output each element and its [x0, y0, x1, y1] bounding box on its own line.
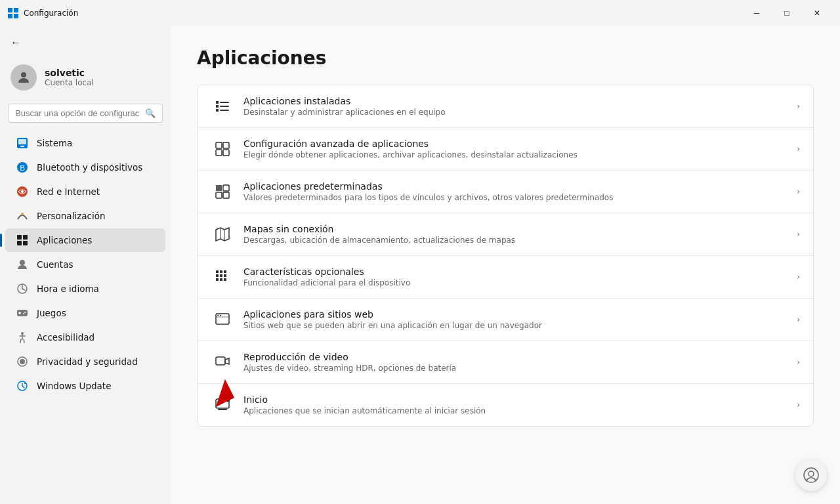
- settings-item-config-avanzada[interactable]: Configuración avanzada de aplicaciones E…: [198, 128, 813, 171]
- svg-point-11: [21, 190, 24, 193]
- svg-point-63: [808, 471, 814, 476]
- config-avanzada-text: Configuración avanzada de aplicaciones E…: [243, 138, 797, 159]
- apps-web-text: Aplicaciones para sitios web Sitios web …: [243, 309, 797, 330]
- maximize-button[interactable]: □: [772, 3, 802, 24]
- svg-rect-49: [220, 274, 222, 277]
- svg-rect-2: [8, 14, 12, 18]
- sidebar-label-bluetooth: Bluetooth y dispositivos: [37, 162, 142, 173]
- settings-item-apps-instaladas[interactable]: Aplicaciones instaladas Desinstalar y ad…: [198, 85, 813, 128]
- svg-rect-46: [220, 270, 222, 273]
- main-content: Aplicaciones Aplicaciones instaladas: [171, 26, 840, 504]
- minimize-button[interactable]: ─: [742, 3, 772, 24]
- svg-rect-1: [14, 8, 18, 12]
- sidebar-item-bluetooth[interactable]: B Bluetooth y dispositivos: [5, 156, 165, 179]
- svg-point-4: [21, 72, 26, 77]
- page-title: Aplicaciones: [197, 47, 814, 69]
- settings-item-apps-predeterminadas[interactable]: Aplicaciones predeterminadas Valores pre…: [198, 171, 813, 213]
- video-icon: [211, 350, 234, 374]
- sidebar-item-sistema[interactable]: Sistema: [5, 131, 165, 155]
- sidebar-item-aplicaciones[interactable]: Aplicaciones: [5, 228, 165, 252]
- personalizacion-icon: [16, 209, 29, 222]
- sidebar-label-sistema: Sistema: [37, 138, 72, 148]
- sidebar-item-cuentas[interactable]: Cuentas: [5, 253, 165, 276]
- svg-rect-7: [20, 146, 24, 147]
- inicio-subtitle: Aplicaciones que se inician automáticame…: [243, 406, 797, 415]
- sidebar-item-personalizacion[interactable]: Personalización: [5, 204, 165, 228]
- svg-point-56: [217, 315, 219, 316]
- apps-predeterminadas-text: Aplicaciones predeterminadas Valores pre…: [243, 181, 797, 202]
- chat-icon-button[interactable]: [795, 459, 827, 491]
- settings-item-inicio[interactable]: Inicio Aplicaciones que se inician autom…: [198, 384, 813, 426]
- svg-rect-6: [18, 139, 26, 144]
- sidebar-item-red[interactable]: Red e Internet: [5, 180, 165, 203]
- window-title: Configuración: [24, 9, 78, 18]
- sidebar-label-accesibilidad: Accesibilidad: [37, 332, 94, 343]
- svg-rect-29: [220, 102, 229, 103]
- svg-rect-50: [224, 274, 226, 277]
- title-bar: Configuración ─ □ ✕: [0, 0, 840, 26]
- sidebar-item-juegos[interactable]: Juegos: [5, 301, 165, 325]
- startup-icon: [211, 393, 234, 417]
- svg-rect-15: [17, 241, 22, 245]
- apps-predeterminadas-subtitle: Valores predeterminados para los tipos d…: [243, 193, 797, 202]
- apps-instaladas-subtitle: Desinstalar y administrar aplicaciones e…: [243, 108, 797, 117]
- svg-point-22: [24, 312, 26, 313]
- apps-instaladas-chevron: ›: [797, 102, 800, 111]
- svg-point-12: [21, 213, 24, 215]
- video-chevron: ›: [797, 358, 800, 367]
- svg-rect-51: [216, 278, 219, 281]
- video-text: Reproducción de video Ajustes de video, …: [243, 352, 797, 373]
- settings-item-mapas[interactable]: Mapas sin conexión Descargas, ubicación …: [198, 213, 813, 256]
- settings-item-apps-web[interactable]: Aplicaciones para sitios web Sitios web …: [198, 299, 813, 341]
- close-button[interactable]: ✕: [802, 3, 832, 24]
- apps-web-title: Aplicaciones para sitios web: [243, 309, 797, 320]
- user-profile: solvetic Cuenta local: [0, 56, 171, 101]
- svg-rect-32: [216, 109, 219, 112]
- svg-point-57: [220, 315, 221, 316]
- search-box[interactable]: 🔍: [8, 104, 163, 123]
- sidebar-label-cuentas: Cuentas: [37, 259, 73, 270]
- apps-web-subtitle: Sitios web que se pueden abrir en una ap…: [243, 321, 797, 330]
- privacidad-icon: [16, 355, 29, 368]
- juegos-icon: [16, 306, 29, 320]
- sidebar: ← solvetic Cuenta local 🔍: [0, 26, 171, 504]
- inicio-chevron: ›: [797, 400, 800, 410]
- sidebar-label-red: Red e Internet: [37, 186, 100, 197]
- settings-item-video[interactable]: Reproducción de video Ajustes de video, …: [198, 341, 813, 384]
- red-icon: [16, 185, 29, 198]
- svg-rect-47: [224, 270, 226, 273]
- svg-rect-37: [223, 150, 229, 156]
- caracteristicas-text: Características opcionales Funcionalidad…: [243, 266, 797, 287]
- sidebar-label-personalizacion: Personalización: [37, 211, 106, 221]
- sidebar-item-hora[interactable]: Hora e idioma: [5, 277, 165, 301]
- sidebar-item-privacidad[interactable]: Privacidad y seguridad: [5, 350, 165, 373]
- web-icon: [211, 308, 234, 331]
- search-input[interactable]: [15, 108, 140, 118]
- inicio-title: Inicio: [243, 394, 797, 405]
- config-avanzada-chevron: ›: [797, 144, 800, 154]
- svg-rect-0: [8, 8, 12, 12]
- svg-point-26: [20, 359, 25, 364]
- svg-point-23: [23, 313, 24, 314]
- back-button[interactable]: ←: [5, 34, 26, 51]
- mapas-title: Mapas sin conexión: [243, 224, 797, 234]
- settings-item-caracteristicas[interactable]: Características opcionales Funcionalidad…: [198, 256, 813, 299]
- window-controls: ─ □ ✕: [742, 3, 832, 24]
- svg-rect-13: [17, 235, 22, 240]
- svg-rect-40: [216, 192, 222, 198]
- sidebar-label-juegos: Juegos: [37, 308, 66, 318]
- sidebar-label-hora: Hora e idioma: [37, 284, 99, 294]
- avatar: [10, 64, 37, 91]
- caracteristicas-subtitle: Funcionalidad adicional para el disposit…: [243, 278, 797, 287]
- sidebar-item-accesibilidad[interactable]: Accesibilidad: [5, 326, 165, 349]
- svg-rect-16: [23, 241, 28, 245]
- sidebar-nav: Sistema B Bluetooth y dispositivos: [0, 131, 171, 398]
- svg-rect-36: [216, 150, 222, 156]
- svg-text:B: B: [20, 163, 25, 173]
- svg-rect-48: [216, 274, 219, 277]
- config-avanzada-title: Configuración avanzada de aplicaciones: [243, 138, 797, 149]
- svg-point-17: [20, 260, 25, 265]
- svg-marker-42: [216, 228, 229, 241]
- sidebar-item-windows[interactable]: Windows Update: [5, 374, 165, 398]
- settings-list: Aplicaciones instaladas Desinstalar y ad…: [197, 85, 814, 427]
